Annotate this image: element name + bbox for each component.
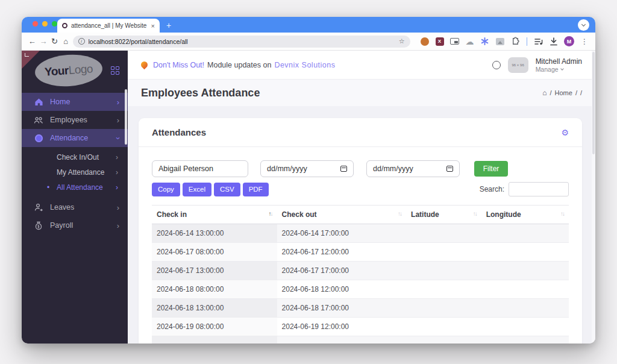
sidebar: YourLogo Home › Employees › Attendance bbox=[22, 51, 128, 344]
x-icon: X bbox=[436, 37, 444, 46]
flower-icon[interactable] bbox=[480, 37, 490, 46]
cell-longitude bbox=[481, 243, 569, 262]
sidebar-item-attendance[interactable]: Attendance › bbox=[22, 129, 128, 147]
excel-button[interactable]: Excel bbox=[183, 183, 211, 196]
filter-button[interactable]: Filter bbox=[474, 161, 508, 177]
cell-latitude bbox=[406, 262, 481, 280]
table-row[interactable]: 2024-06-19 08:00:00 2024-06-19 12:00:00 bbox=[152, 318, 569, 336]
chevron-right-icon: › bbox=[116, 183, 118, 192]
filter-row: dd/mm/yyyy dd/mm/yyyy Filter bbox=[152, 160, 569, 177]
employee-filter-input[interactable] bbox=[152, 160, 248, 177]
tampermonkey-icon[interactable] bbox=[420, 37, 430, 46]
download-icon[interactable] bbox=[549, 37, 559, 46]
site-info-icon[interactable]: i bbox=[78, 38, 85, 45]
cell-check-out: 2024-06-14 17:00:00 bbox=[277, 224, 407, 243]
user-manage-link[interactable]: Manage bbox=[536, 66, 582, 73]
close-tab-icon[interactable]: × bbox=[151, 22, 155, 30]
cell-longitude bbox=[481, 280, 569, 299]
breadcrumb-home-icon[interactable]: ⌂ bbox=[542, 89, 547, 97]
calendar-icon[interactable] bbox=[340, 166, 347, 172]
apps-grid-icon[interactable] bbox=[111, 66, 119, 75]
back-button[interactable]: ← bbox=[28, 37, 37, 46]
breadcrumb-home-link[interactable]: Home bbox=[555, 89, 572, 96]
picture-in-picture-icon[interactable] bbox=[450, 37, 460, 46]
sidebar-item-my-attendance[interactable]: My Attendance › bbox=[22, 165, 128, 180]
column-header-latitude[interactable]: Latitude↑↓ bbox=[406, 206, 481, 224]
maximize-window-button[interactable] bbox=[52, 21, 57, 27]
sort-icons[interactable]: ↑↓ bbox=[560, 210, 564, 217]
sidebar-scrollbar-thumb[interactable] bbox=[125, 89, 127, 145]
cell-check-in: 2024-06-17 13:00:00 bbox=[152, 262, 277, 280]
x-extension-icon[interactable]: X bbox=[435, 37, 445, 46]
bookmark-star-icon[interactable]: ☆ bbox=[399, 37, 405, 45]
home-button[interactable]: ⌂ bbox=[61, 37, 70, 46]
copy-button[interactable]: Copy bbox=[152, 183, 180, 196]
cell-check-out: 2024-06-19 12:00:00 bbox=[277, 318, 407, 336]
browser-profile-avatar[interactable]: M bbox=[564, 36, 574, 46]
scrollbar-thumb[interactable] bbox=[592, 52, 595, 154]
table-row[interactable]: 2024-06-18 08:00:00 2024-06-18 12:00:00 bbox=[152, 280, 569, 299]
new-tab-button[interactable]: + bbox=[166, 19, 171, 31]
minimize-window-button[interactable] bbox=[42, 21, 48, 27]
cell-check-out: 2024-06-17 17:00:00 bbox=[277, 262, 407, 280]
sort-icons[interactable]: ↑↓ bbox=[398, 210, 401, 217]
column-header-longitude[interactable]: Longitude↑↓ bbox=[481, 206, 569, 224]
logo[interactable]: YourLogo bbox=[34, 52, 103, 89]
address-bar[interactable]: i localhost:8022/portal/attendance/all ☆ bbox=[73, 36, 410, 48]
date-to-input[interactable]: dd/mm/yyyy bbox=[366, 160, 460, 177]
cell-longitude bbox=[481, 336, 569, 344]
extensions-puzzle-icon[interactable] bbox=[510, 37, 520, 46]
announcement-highlight: Don't Miss Out! bbox=[153, 61, 204, 69]
tab-strip: attendance_all | My Website × + bbox=[22, 17, 595, 33]
sort-icons[interactable]: ↑↓ bbox=[473, 210, 477, 217]
announcement-text: Module updates on bbox=[207, 61, 271, 69]
page-scrollbar[interactable] bbox=[592, 51, 595, 344]
playlist-icon[interactable] bbox=[534, 37, 543, 46]
gear-icon[interactable]: ⚙ bbox=[561, 128, 569, 137]
column-header-check-in[interactable]: Check in↑↓ bbox=[152, 206, 277, 224]
date-from-input[interactable]: dd/mm/yyyy bbox=[260, 160, 354, 177]
fire-icon bbox=[140, 60, 149, 70]
csv-button[interactable]: CSV bbox=[214, 183, 240, 196]
chevron-right-icon: › bbox=[117, 204, 119, 212]
tab-search-button[interactable] bbox=[578, 19, 589, 31]
browser-menu-icon[interactable]: ⋮ bbox=[580, 37, 589, 46]
user-block[interactable]: Mitchell Admin Manage bbox=[536, 57, 582, 73]
table-row[interactable]: 2024-06-17 13:00:00 2024-06-17 17:00:00 bbox=[152, 262, 569, 280]
pdf-button[interactable]: PDF bbox=[243, 183, 269, 196]
forward-button[interactable]: → bbox=[39, 37, 48, 46]
sidebar-item-employees[interactable]: Employees › bbox=[22, 111, 128, 129]
calendar-icon[interactable] bbox=[446, 166, 453, 172]
table-row[interactable]: 2024-06-14 13:00:00 2024-06-14 17:00:00 bbox=[152, 224, 569, 243]
table-row-partial[interactable] bbox=[152, 336, 569, 344]
cell-check-in: 2024-06-17 08:00:00 bbox=[152, 243, 277, 262]
sidebar-item-leaves[interactable]: Leaves › bbox=[22, 198, 128, 216]
sidebar-item-payroll[interactable]: Payroll › bbox=[22, 216, 128, 234]
sidebar-menu: Home › Employees › Attendance › Check In… bbox=[22, 93, 128, 234]
notification-icon[interactable] bbox=[492, 61, 501, 69]
sort-icons[interactable]: ↑↓ bbox=[269, 210, 272, 217]
table-row[interactable]: 2024-06-17 08:00:00 2024-06-17 12:00:00 bbox=[152, 243, 569, 262]
page-title: Employees Attendance bbox=[141, 87, 260, 99]
active-bullet-icon: • bbox=[47, 183, 49, 192]
photo-icon[interactable] bbox=[495, 37, 505, 46]
attendance-table: Check in↑↓ Check out↑↓ Latitude↑↓ Longit… bbox=[152, 205, 569, 344]
cell-longitude bbox=[481, 262, 569, 280]
sidebar-item-all-attendance[interactable]: • All Attendance › bbox=[22, 180, 128, 195]
announcement-link[interactable]: Devnix Solutions bbox=[274, 61, 335, 69]
close-window-button[interactable] bbox=[33, 21, 38, 27]
cell-check-out: 2024-06-18 12:00:00 bbox=[277, 280, 407, 299]
browser-tab[interactable]: attendance_all | My Website × bbox=[57, 19, 160, 33]
sidebar-item-home[interactable]: Home › bbox=[22, 93, 128, 111]
search-input[interactable] bbox=[509, 182, 569, 196]
corner-ribbon bbox=[22, 51, 40, 69]
page-content: Attendances ⚙ dd/mm/yyyy dd/mm/yyyy bbox=[128, 106, 595, 344]
sidebar-item-check-in-out[interactable]: Check In/Out › bbox=[22, 149, 128, 165]
cell-check-in: 2024-06-14 13:00:00 bbox=[152, 224, 277, 243]
column-header-check-out[interactable]: Check out↑↓ bbox=[277, 206, 407, 224]
user-avatar[interactable]: 96 × 96 bbox=[508, 57, 528, 73]
table-row[interactable]: 2024-06-18 13:00:00 2024-06-18 17:00:00 bbox=[152, 299, 569, 318]
cloud-icon[interactable]: ☁ bbox=[465, 37, 475, 46]
user-name: Mitchell Admin bbox=[536, 57, 582, 66]
reload-button[interactable]: ↻ bbox=[50, 37, 59, 46]
